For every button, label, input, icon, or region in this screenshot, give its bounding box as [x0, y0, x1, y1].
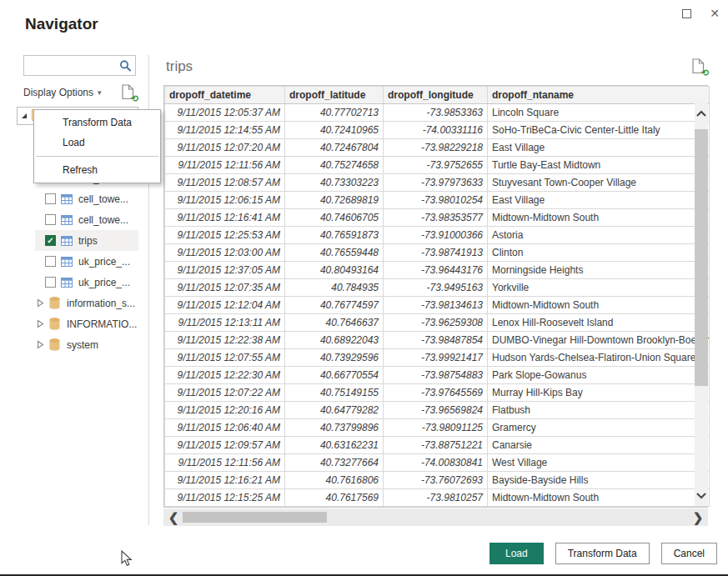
cell-dropoff_datetime: 9/11/2015 12:07:22 AM [165, 384, 285, 402]
tree-item-label: trips [78, 235, 98, 247]
maximize-button[interactable] [680, 7, 693, 20]
cell-dropoff_latitude: 40.72467804 [285, 139, 384, 157]
table-row: 9/11/2015 12:07:20 AM40.72467804-73.9822… [165, 139, 710, 157]
sidebar-item-trips[interactable]: ✓trips [35, 230, 138, 251]
cell-dropoff_latitude: 40.75149155 [285, 384, 384, 402]
table-row: 9/11/2015 12:05:37 AM40.77702713-73.9853… [165, 104, 710, 122]
cell-dropoff_longitude: -73.9810257 [384, 489, 488, 507]
cell-dropoff_ntaname: Yorkville [488, 279, 710, 297]
menu-separator [36, 156, 158, 157]
cell-dropoff_ntaname: Clinton [488, 244, 710, 262]
cell-dropoff_latitude: 40.784935 [285, 279, 384, 297]
cell-dropoff_latitude: 40.63162231 [285, 437, 384, 454]
cell-dropoff_ntaname: East Village [488, 192, 710, 209]
expand-chevron-icon[interactable] [37, 340, 44, 349]
column-header-dropoff_datetime: dropoff_datetime [165, 87, 285, 104]
load-button[interactable]: Load [490, 543, 544, 564]
tree-item-label: cell_towe... [78, 193, 128, 205]
context-menu: Transform DataLoadRefresh [33, 109, 161, 183]
column-header-dropoff_latitude: dropoff_latitude [285, 87, 384, 104]
refresh-preview-icon[interactable]: ⟲ [692, 58, 706, 75]
horizontal-scrollbar[interactable]: ❮ ❯ [163, 508, 708, 526]
cell-dropoff_ntaname: Murray Hill-Kips Bay [488, 384, 710, 402]
cell-dropoff_longitude: -73.98353577 [384, 209, 488, 227]
table-row: 9/11/2015 12:03:00 AM40.76559448-73.9874… [165, 244, 710, 262]
checkbox-checked[interactable]: ✓ [45, 235, 56, 246]
scroll-down-icon[interactable] [695, 488, 707, 503]
cell-dropoff_longitude: -73.98091125 [384, 419, 488, 437]
sidebar: Display Options ▾ ⟲ [23, 55, 138, 101]
table-row: 9/11/2015 12:08:57 AM40.73303223-73.9797… [165, 174, 710, 192]
sidebar-item-cell-towe[interactable]: cell_towe... [35, 209, 138, 230]
refresh-source-icon[interactable]: ⟲ [122, 84, 136, 101]
horizontal-scroll-thumb[interactable] [183, 512, 327, 523]
cell-dropoff_ntaname: Midtown-Midtown South [488, 209, 710, 227]
search-input[interactable] [28, 58, 118, 73]
table-row: 9/11/2015 12:22:38 AM40.68922043-73.9848… [165, 332, 710, 349]
transform-data-button[interactable]: Transform Data [555, 543, 650, 564]
scroll-left-icon[interactable]: ❮ [166, 509, 181, 525]
cell-dropoff_ntaname: DUMBO-Vinegar Hill-Downtown Brooklyn-Boe… [488, 332, 710, 349]
table-icon [61, 278, 73, 288]
table-row: 9/11/2015 12:07:35 AM40.784935-73.949516… [165, 279, 710, 297]
cell-dropoff_datetime: 9/11/2015 12:11:56 AM [165, 454, 285, 472]
cell-dropoff_ntaname: Stuyvesant Town-Cooper Village [488, 174, 710, 192]
cancel-button[interactable]: Cancel [661, 543, 717, 564]
search-icon[interactable] [119, 59, 132, 76]
cell-dropoff_longitude: -73.98010254 [384, 192, 488, 209]
table-row: 9/11/2015 12:16:41 AM40.74606705-73.9835… [165, 209, 710, 227]
sidebar-item-informatio[interactable]: INFORMATIO... [35, 313, 138, 334]
table-icon [61, 194, 73, 204]
sidebar-item-uk-price[interactable]: uk_price_... [35, 272, 138, 293]
preview-table-title: trips [166, 58, 193, 75]
tree-item-label: INFORMATIO... [67, 318, 137, 330]
cell-dropoff_latitude: 40.76774597 [285, 297, 384, 314]
cell-dropoff_datetime: 9/11/2015 12:03:00 AM [165, 244, 285, 262]
vertical-scroll-thumb[interactable] [695, 129, 708, 386]
cell-dropoff_longitude: -73.97645569 [384, 384, 488, 402]
cell-dropoff_ntaname: West Village [488, 454, 710, 472]
menu-item-refresh[interactable]: Refresh [34, 160, 160, 180]
sidebar-item-system[interactable]: system [35, 334, 138, 355]
navigator-tree: cell_towe...cell_towe...cell_towe...✓tri… [35, 168, 138, 355]
cell-dropoff_datetime: 9/11/2015 12:12:04 AM [165, 297, 285, 314]
cell-dropoff_longitude: -73.9752655 [384, 157, 488, 174]
sidebar-item-uk-price[interactable]: uk_price_... [35, 251, 138, 272]
scroll-up-icon[interactable] [695, 106, 707, 121]
cell-dropoff_datetime: 9/11/2015 12:06:40 AM [165, 419, 285, 437]
sidebar-item-information-s[interactable]: information_s... [35, 293, 138, 313]
cell-dropoff_longitude: -73.96259308 [384, 314, 488, 332]
search-box[interactable] [23, 55, 136, 76]
table-row: 9/11/2015 12:11:56 AM40.75274658-73.9752… [165, 157, 710, 174]
menu-item-load[interactable]: Load [34, 133, 160, 153]
page-title: Navigator [25, 15, 98, 33]
checkbox-unchecked[interactable] [45, 214, 56, 225]
tree-item-label: information_s... [67, 298, 135, 309]
cell-dropoff_longitude: -73.88751221 [384, 437, 488, 454]
cell-dropoff_longitude: -74.00830841 [384, 454, 488, 472]
cell-dropoff_longitude: -73.76072693 [384, 472, 488, 489]
cell-dropoff_longitude: -73.96569824 [384, 402, 488, 419]
column-header-dropoff_ntaname: dropoff_ntaname [488, 87, 710, 104]
checkbox-unchecked[interactable] [45, 193, 56, 204]
cell-dropoff_longitude: -73.98487854 [384, 332, 488, 349]
preview-grid: dropoff_datetimedropoff_latitudedropoff_… [163, 85, 708, 508]
menu-item-transform-data[interactable]: Transform Data [34, 113, 160, 133]
expand-chevron-icon[interactable] [37, 319, 44, 328]
cell-dropoff_longitude: -73.9853363 [384, 104, 488, 122]
cell-dropoff_datetime: 9/11/2015 12:13:11 AM [165, 314, 285, 332]
vertical-scrollbar[interactable] [695, 103, 708, 506]
cell-dropoff_ntaname: Lenox Hill-Roosevelt Island [488, 314, 710, 332]
cell-dropoff_ntaname: Midtown-Midtown South [488, 297, 710, 314]
preview-table: dropoff_datetimedropoff_latitudedropoff_… [164, 86, 710, 507]
expand-chevron-icon[interactable] [37, 298, 44, 308]
checkbox-unchecked[interactable] [45, 256, 56, 267]
column-header-dropoff_longitude: dropoff_longitude [384, 87, 488, 104]
cell-dropoff_datetime: 9/11/2015 12:16:21 AM [165, 472, 285, 489]
scroll-right-icon[interactable]: ❯ [690, 509, 705, 525]
checkbox-unchecked[interactable] [45, 277, 56, 288]
display-options-dropdown[interactable]: Display Options [23, 87, 93, 98]
close-button[interactable]: ✕ [708, 7, 721, 20]
sidebar-item-cell-towe[interactable]: cell_towe... [35, 188, 138, 209]
table-row: 9/11/2015 12:13:11 AM40.7646637-73.96259… [165, 314, 710, 332]
